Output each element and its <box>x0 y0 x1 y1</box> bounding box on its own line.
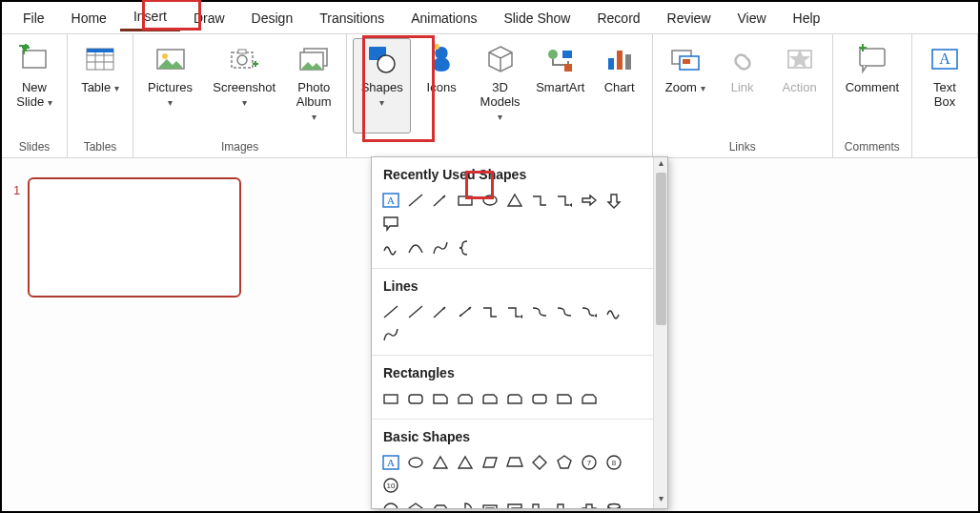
shape-arrowD[interactable] <box>602 190 625 211</box>
photo-album-button[interactable]: PhotoAlbum ▾ <box>287 38 340 133</box>
shape-connectorArr[interactable] <box>578 301 601 322</box>
shape-frame[interactable] <box>479 500 501 508</box>
svg-text:10: 10 <box>387 482 396 490</box>
shape-connector[interactable] <box>528 301 551 322</box>
3d-models-button[interactable]: 3DModels ▾ <box>472 38 528 133</box>
comment-label: Comment <box>846 81 899 95</box>
menu-item-draw[interactable]: Draw <box>180 6 238 31</box>
menu-item-animations[interactable]: Animations <box>398 6 490 31</box>
shape-lshape[interactable] <box>528 500 551 508</box>
menu-item-transitions[interactable]: Transitions <box>306 6 398 31</box>
shape-diamond[interactable] <box>528 452 551 473</box>
shape-brace[interactable] <box>454 237 477 258</box>
ribbon-group-links: Zoom ▾LinkActionLinks <box>653 34 833 157</box>
svg-line-34 <box>409 195 422 206</box>
shape-snipround[interactable] <box>503 388 526 409</box>
shape-lshape[interactable] <box>553 500 576 508</box>
shape-roundrect[interactable] <box>404 388 427 409</box>
shape-num12[interactable]: 12 <box>379 500 402 508</box>
shape-lineArrow[interactable] <box>429 190 452 211</box>
zoom-icon <box>668 43 703 77</box>
shape-triangle[interactable] <box>429 452 452 473</box>
shape-curve[interactable] <box>404 237 427 258</box>
shapes-grid: A <box>372 188 653 268</box>
menu-item-file[interactable]: File <box>10 6 58 31</box>
shape-hex[interactable] <box>429 500 452 508</box>
smartart-label: SmartArt <box>536 81 584 95</box>
menu-item-insert[interactable]: Insert <box>120 4 180 31</box>
shape-snip1[interactable] <box>553 388 576 409</box>
shape-lineDbl[interactable] <box>454 301 477 322</box>
menu-item-home[interactable]: Home <box>58 6 120 31</box>
shape-triangle[interactable] <box>503 190 526 211</box>
new-slide-button[interactable]: NewSlide ▾ <box>8 38 61 133</box>
text-box-button[interactable]: ATextBox <box>918 38 971 133</box>
svg-point-18 <box>434 44 439 50</box>
shape-snip1[interactable] <box>429 388 452 409</box>
icons-button[interactable]: Icons <box>415 38 468 133</box>
scroll-up-icon[interactable]: ▴ <box>654 157 667 173</box>
shape-plus[interactable] <box>578 500 601 508</box>
scrollbar[interactable]: ▴ ▾ <box>653 157 667 508</box>
comment-button[interactable]: Comment <box>839 38 906 133</box>
shape-line[interactable] <box>404 301 427 322</box>
shape-trap[interactable] <box>503 452 526 473</box>
zoom-button[interactable]: Zoom ▾ <box>659 38 712 133</box>
smartart-button[interactable]: SmartArt <box>532 38 589 133</box>
table-button[interactable]: Table ▾ <box>73 38 127 133</box>
menu-item-view[interactable]: View <box>725 6 780 31</box>
shape-connector[interactable] <box>553 301 576 322</box>
shape-elbowArr[interactable] <box>553 190 576 211</box>
menu-item-help[interactable]: Help <box>780 6 834 31</box>
chart-button[interactable]: Chart <box>593 38 646 133</box>
svg-rect-2 <box>23 45 25 54</box>
shape-pie[interactable] <box>454 500 477 508</box>
shape-num8[interactable]: 8 <box>602 452 625 473</box>
menu-item-review[interactable]: Review <box>654 6 725 31</box>
shape-elbow[interactable] <box>528 190 551 211</box>
shape-penta[interactable] <box>404 500 427 508</box>
shape-para[interactable] <box>479 452 501 473</box>
shape-line[interactable] <box>379 301 402 322</box>
shape-can[interactable] <box>602 500 625 508</box>
shape-textbox[interactable]: A <box>379 452 402 473</box>
shape-line[interactable] <box>404 190 427 211</box>
shape-elbow[interactable] <box>479 301 501 322</box>
shape-freeform[interactable] <box>379 324 402 345</box>
shape-snip2[interactable] <box>454 388 477 409</box>
shape-oval[interactable] <box>404 452 427 473</box>
scroll-down-icon[interactable]: ▾ <box>654 493 667 508</box>
shapes-button[interactable]: Shapes ▾ <box>353 38 411 133</box>
scroll-thumb[interactable] <box>656 173 666 325</box>
shape-scribble[interactable] <box>379 237 402 258</box>
shape-num7[interactable]: 7 <box>578 452 601 473</box>
shapes-section-title: Basic Shapes <box>372 419 653 450</box>
svg-text:A: A <box>939 51 950 67</box>
shape-rect[interactable] <box>454 190 477 211</box>
screenshot-button[interactable]: Screenshot ▾ <box>205 38 283 133</box>
shape-oval[interactable] <box>479 190 501 211</box>
link-label: Link <box>731 81 754 95</box>
shape-rect[interactable] <box>379 388 402 409</box>
menu-item-slide-show[interactable]: Slide Show <box>490 6 583 31</box>
shape-num10[interactable]: 10 <box>379 475 402 496</box>
shape-penta[interactable] <box>553 452 576 473</box>
slide-thumbnail[interactable] <box>28 177 241 298</box>
shape-freeform[interactable] <box>429 237 452 258</box>
shape-snipround[interactable] <box>479 388 501 409</box>
shape-arrowR[interactable] <box>578 190 601 211</box>
pictures-button[interactable]: Pictures ▾ <box>139 38 201 133</box>
menu-item-record[interactable]: Record <box>583 6 653 31</box>
table-icon <box>83 43 117 77</box>
shape-lineArrow[interactable] <box>429 301 452 322</box>
shape-scribble[interactable] <box>602 301 625 322</box>
shape-snip2[interactable] <box>578 388 601 409</box>
chevron-down-icon: ▾ <box>312 112 316 122</box>
menu-item-design[interactable]: Design <box>238 6 307 31</box>
shape-textbox[interactable]: A <box>379 190 402 211</box>
shape-halfframe[interactable] <box>503 500 526 508</box>
shape-triangle[interactable] <box>454 452 477 473</box>
shape-roundrect[interactable] <box>528 388 551 409</box>
shape-elbowArr[interactable] <box>503 301 526 322</box>
shape-callout[interactable] <box>379 213 402 234</box>
